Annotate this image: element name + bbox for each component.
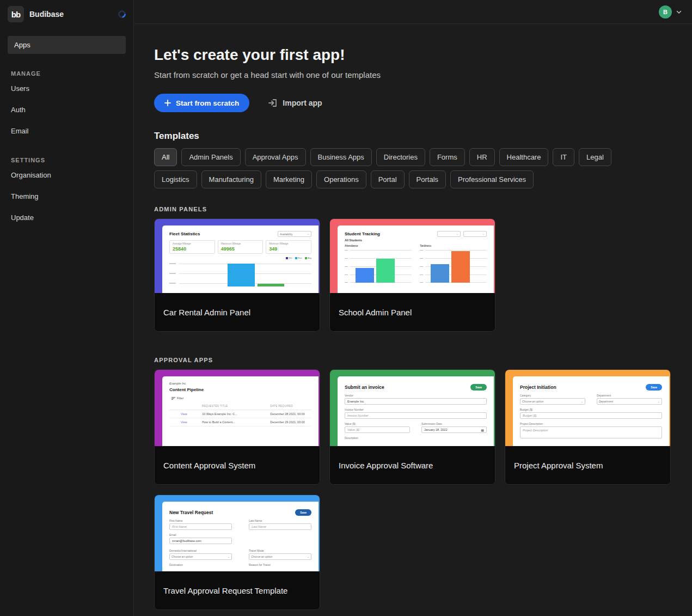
invoice-thumbnail: Submit an invoice Save Vendor Example In… (330, 370, 495, 446)
mock-company: Example Inc (169, 382, 311, 385)
sidebar-item-apps[interactable]: Apps (8, 36, 126, 54)
start-from-scratch-label: Start from scratch (176, 99, 239, 107)
template-card-travel-approval[interactable]: New Travel Request Save First Name First… (154, 495, 320, 610)
chevron-down-icon[interactable] (676, 9, 682, 15)
mock-availability-select: Availability⌄ (278, 231, 311, 237)
filter-chip-logistics[interactable]: Logistics (154, 170, 197, 188)
template-card-project-approval[interactable]: Project Initiation Save Category Choose … (505, 369, 671, 485)
filter-chip-marketing[interactable]: Marketing (266, 170, 312, 188)
sidebar-section-settings: SETTINGS (11, 157, 133, 163)
mock-invoice-title: Submit an invoice (345, 385, 384, 390)
filter-chip-legal[interactable]: Legal (579, 148, 611, 166)
templates-heading: Templates (154, 131, 692, 142)
project-thumbnail: Project Initiation Save Category Choose … (505, 370, 670, 446)
mock-school-selects: ⌄ ⌄ (437, 231, 487, 237)
start-from-scratch-button[interactable]: Start from scratch (154, 94, 249, 112)
mock-project-title: Project Initiation (520, 385, 556, 390)
sidebar-item-email[interactable]: Email (0, 121, 133, 141)
page-subtitle: Start from scratch or get a head start w… (154, 70, 692, 80)
import-app-button[interactable]: Import app (268, 98, 322, 108)
mock-chart-legend: Min Max Avg (169, 257, 311, 259)
mock-travel-mode-select: Choose an option⌄ (249, 553, 311, 560)
mock-department-select: Department⌄ (597, 398, 662, 405)
sidebar: bb Budibase Apps MANAGE Users Auth Email… (0, 0, 134, 616)
filter-chip-it[interactable]: IT (553, 148, 574, 166)
budibase-logo: bb (8, 6, 24, 22)
main-content: Let's create your first app! Start from … (134, 25, 692, 616)
table-row: View 10 Ways Example Inc. C... December … (169, 410, 311, 418)
mock-value-input: Value ($) (345, 426, 410, 433)
filter-icon (172, 397, 175, 400)
sidebar-item-auth[interactable]: Auth (0, 100, 133, 119)
filter-chip-all[interactable]: All (154, 148, 177, 166)
sidebar-section-manage: MANAGE (11, 70, 133, 77)
mock-filter-button: Filter (172, 397, 311, 400)
approval-apps-row-1: Example Inc Content Pipeline Filter REQU… (154, 369, 692, 485)
filter-chip-approval-apps[interactable]: Approval Apps (245, 148, 306, 166)
mock-last-name-input: Last Name (249, 523, 311, 530)
invoice-mock: Submit an invoice Save Vendor Example In… (338, 376, 494, 446)
mock-all-students: All Students (345, 239, 487, 242)
template-card-title: Invoice Approval Software (330, 446, 495, 484)
filter-chip-hr[interactable]: HR (469, 148, 495, 166)
sidebar-item-organisation[interactable]: Organisation (0, 166, 133, 185)
mock-bar-chart (169, 261, 311, 286)
mock-table: REQUESTED TITLE DATE REQUIRED View 10 Wa… (169, 403, 311, 426)
page-title: Let's create your first app! (154, 46, 692, 64)
mock-domestic-select: Choose an option⌄ (169, 553, 232, 560)
filter-chip-admin-panels[interactable]: Admin Panels (181, 148, 240, 166)
sidebar-item-users[interactable]: Users (0, 79, 133, 98)
car-rental-mock: Fleet Statistics Availability⌄ Average M… (162, 225, 319, 293)
filter-chip-directories[interactable]: Directories (376, 148, 425, 166)
section-admin-panels: ADMIN PANELS (154, 206, 692, 212)
filter-chip-operations[interactable]: Operations (316, 170, 366, 188)
filter-chip-business-apps[interactable]: Business Apps (310, 148, 372, 166)
mock-stat-average: Average Mileage 25840 (169, 240, 215, 254)
car-rental-thumbnail: Fleet Statistics Availability⌄ Average M… (155, 219, 320, 293)
travel-mock: New Travel Request Save First Name First… (162, 502, 319, 571)
mock-email-input: ronan@budibase.com (169, 538, 232, 544)
filter-chip-professional-services[interactable]: Professional Services (450, 170, 534, 188)
mock-save-button: Save (470, 384, 487, 391)
sidebar-item-theming[interactable]: Theming (0, 187, 133, 206)
content-mock: Example Inc Content Pipeline Filter REQU… (162, 376, 319, 446)
filter-chip-healthcare[interactable]: Healthcare (499, 148, 549, 166)
filter-chip-portal[interactable]: Portal (371, 170, 405, 188)
filter-chip-forms[interactable]: Forms (430, 148, 465, 166)
loading-spinner-icon (117, 9, 127, 20)
school-thumbnail: Student Tracking ⌄ ⌄ All Students Attend… (330, 219, 495, 293)
template-card-school[interactable]: Student Tracking ⌄ ⌄ All Students Attend… (329, 218, 495, 332)
plus-icon (164, 100, 171, 106)
table-row: View How to Build a Content... December … (169, 418, 311, 426)
mock-save-button: Save (295, 509, 311, 516)
mock-travel-title: New Travel Request (169, 510, 213, 515)
template-card-car-rental[interactable]: Fleet Statistics Availability⌄ Average M… (154, 218, 320, 332)
travel-thumbnail: New Travel Request Save First Name First… (155, 495, 320, 571)
approval-apps-row-2: New Travel Request Save First Name First… (154, 495, 692, 610)
template-card-title: School Admin Panel (330, 293, 495, 331)
user-avatar[interactable]: B (659, 5, 672, 19)
template-card-invoice-approval[interactable]: Submit an invoice Save Vendor Example In… (329, 369, 495, 485)
mock-description-textarea: Project Description (520, 426, 662, 438)
calendar-icon: ▦ (481, 428, 484, 432)
mock-student-title: Student Tracking (345, 231, 380, 236)
section-approval-apps: APPROVAL APPS (154, 357, 692, 363)
project-mock: Project Initiation Save Category Choose … (513, 376, 669, 446)
sidebar-item-update[interactable]: Update (0, 208, 133, 227)
template-card-content-approval[interactable]: Example Inc Content Pipeline Filter REQU… (154, 369, 320, 485)
budibase-portal: bb Budibase Apps MANAGE Users Auth Email… (0, 0, 692, 616)
topbar: B (134, 0, 692, 24)
import-app-label: Import app (283, 99, 322, 107)
mock-tardiness-chart: Tardiness (420, 245, 487, 283)
content-thumbnail: Example Inc Content Pipeline Filter REQU… (155, 370, 320, 446)
filter-chip-portals[interactable]: Portals (409, 170, 446, 188)
template-card-title: Project Approval System (505, 446, 670, 484)
template-card-title: Car Rental Admin Panel (155, 293, 320, 331)
mock-stat-minimum: Minimum Mileage 349 (266, 240, 311, 254)
mock-first-name-input: First Name (169, 523, 232, 530)
brand-name: Budibase (29, 10, 113, 19)
mock-vendor-input: Example Inc (345, 398, 487, 405)
mock-pipeline-title: Content Pipeline (169, 387, 311, 392)
filter-chip-manufacturing[interactable]: Manufacturing (201, 170, 261, 188)
mock-date-input: January 18, 2022▦ (421, 426, 487, 433)
